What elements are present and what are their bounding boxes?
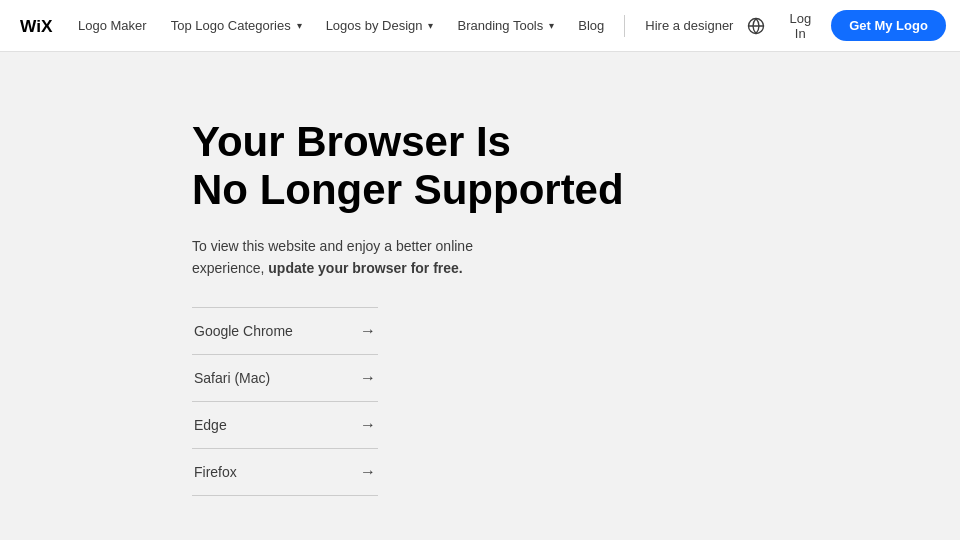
- browser-list-item[interactable]: Google Chrome →: [192, 307, 378, 354]
- nav-right: Log In Get My Logo: [743, 5, 945, 47]
- nav-item-blog[interactable]: Blog: [568, 12, 614, 39]
- svg-text:WiX: WiX: [20, 16, 53, 35]
- wix-logo: WiX: [20, 16, 64, 36]
- browser-list-item[interactable]: Safari (Mac) →: [192, 354, 378, 401]
- login-button[interactable]: Log In: [781, 5, 819, 47]
- main-content: Your Browser Is No Longer Supported To v…: [0, 52, 960, 496]
- main-nav: Logo Maker Top Logo Categories ▾ Logos b…: [68, 12, 743, 39]
- chevron-down-icon: ▾: [428, 20, 433, 31]
- browser-name: Google Chrome: [194, 323, 293, 339]
- browser-name: Edge: [194, 417, 227, 433]
- browser-list-item[interactable]: Firefox →: [192, 448, 378, 496]
- nav-item-logos-by-design[interactable]: Logos by Design ▾: [316, 12, 444, 39]
- language-button[interactable]: [743, 13, 769, 39]
- arrow-icon: →: [360, 369, 376, 387]
- main-headline: Your Browser Is No Longer Supported: [192, 118, 960, 215]
- chevron-down-icon: ▾: [297, 20, 302, 31]
- nav-item-top-logo-categories[interactable]: Top Logo Categories ▾: [161, 12, 312, 39]
- globe-icon: [747, 17, 765, 35]
- nav-item-branding-tools[interactable]: Branding Tools ▾: [447, 12, 564, 39]
- get-logo-button[interactable]: Get My Logo: [831, 10, 946, 41]
- chevron-down-icon: ▾: [549, 20, 554, 31]
- site-header: WiX Logo Maker Top Logo Categories ▾ Log…: [0, 0, 960, 52]
- nav-item-hire-designer[interactable]: Hire a designer: [635, 12, 743, 39]
- browser-list: Google Chrome → Safari (Mac) → Edge → Fi…: [192, 307, 378, 496]
- logo-area: WiX: [20, 16, 64, 36]
- browser-name: Firefox: [194, 464, 237, 480]
- nav-item-logo-maker[interactable]: Logo Maker: [68, 12, 157, 39]
- browser-list-item[interactable]: Edge →: [192, 401, 378, 448]
- arrow-icon: →: [360, 416, 376, 434]
- main-subtext: To view this website and enjoy a better …: [192, 235, 512, 280]
- nav-separator: [624, 15, 625, 37]
- arrow-icon: →: [360, 322, 376, 340]
- browser-name: Safari (Mac): [194, 370, 270, 386]
- arrow-icon: →: [360, 463, 376, 481]
